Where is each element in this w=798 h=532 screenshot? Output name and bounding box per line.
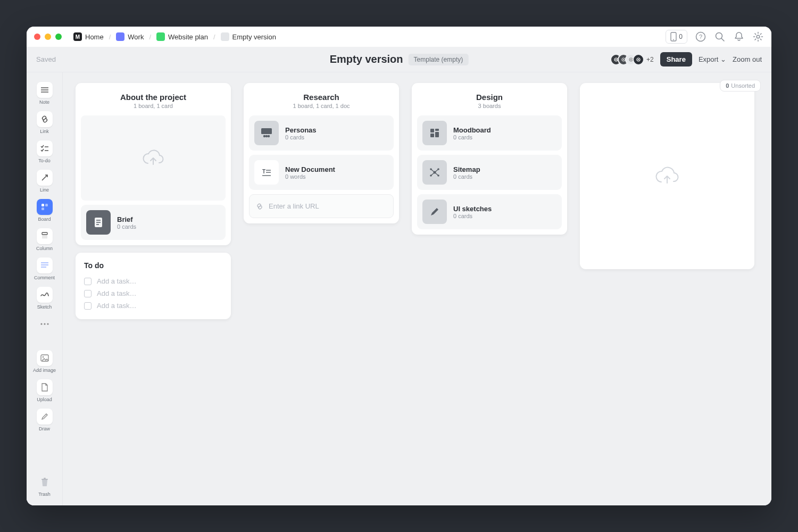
column-meta: 1 board, 1 card <box>81 103 226 109</box>
subbar: Saved Empty version Template (empty) +2 … <box>27 47 771 72</box>
item-sitemap[interactable]: Sitemap0 cards <box>417 155 562 190</box>
share-button[interactable]: Share <box>660 52 692 66</box>
more-icon <box>40 322 49 326</box>
tool-comment[interactable]: Comment <box>27 255 62 282</box>
image-icon <box>40 354 49 362</box>
blank-upload-card[interactable] <box>580 83 754 269</box>
item-new-document[interactable]: T New Document0 words <box>249 155 394 190</box>
tool-note[interactable]: Note <box>27 80 62 107</box>
column-title[interactable]: About the project <box>81 93 226 102</box>
canvas[interactable]: 0Unsorted About the project 1 board, 1 c… <box>63 72 771 505</box>
todo-placeholder: Add a task… <box>97 302 136 310</box>
item-meta: 0 cards <box>453 213 492 219</box>
breadcrumb-label: Website plan <box>168 33 208 41</box>
upload-slot[interactable] <box>81 115 226 201</box>
breadcrumb-home[interactable]: M Home <box>73 32 104 41</box>
unsorted-pill[interactable]: 0Unsorted <box>720 80 761 92</box>
close-window[interactable] <box>34 34 40 40</box>
note-icon <box>40 87 49 93</box>
item-meta: 0 words <box>285 173 335 180</box>
mobile-badge[interactable]: 0 <box>666 30 687 44</box>
svg-line-59 <box>435 169 438 172</box>
file-icon <box>41 383 48 392</box>
tool-add-image[interactable]: Add image <box>27 348 62 375</box>
todo-title[interactable]: To do <box>84 261 222 270</box>
svg-point-43 <box>265 135 268 137</box>
column-title[interactable]: Design <box>417 93 562 102</box>
svg-point-6 <box>757 35 760 38</box>
sketch-icon <box>40 292 49 298</box>
settings-icon[interactable] <box>752 31 764 43</box>
item-name: Moodboard <box>453 126 491 134</box>
breadcrumb-current[interactable]: Empty version <box>221 32 276 41</box>
grid-icon <box>422 121 447 145</box>
checkbox[interactable] <box>84 290 92 297</box>
search-icon[interactable] <box>714 31 726 43</box>
link-icon <box>256 203 263 210</box>
cloud-upload-icon <box>654 165 680 187</box>
item-personas[interactable]: Personas0 cards <box>249 115 394 151</box>
checkbox[interactable] <box>84 302 92 310</box>
todo-card[interactable]: To do Add a task… Add a task… Add a task… <box>76 253 231 319</box>
breadcrumb-sep: / <box>149 33 151 41</box>
checkbox[interactable] <box>84 278 92 285</box>
text-icon: T <box>254 160 279 185</box>
tool-column[interactable]: Column <box>27 226 62 253</box>
tool-more[interactable] <box>27 314 62 334</box>
maximize-window[interactable] <box>55 34 62 40</box>
svg-line-58 <box>431 169 435 172</box>
topbar: M Home / Work / Website plan / Empty ver… <box>27 27 771 47</box>
todo-row[interactable]: Add a task… <box>84 275 222 287</box>
link-url-input[interactable]: Enter a link URL <box>249 194 394 218</box>
item-brief[interactable]: Brief0 cards <box>81 205 226 240</box>
tool-upload[interactable]: Upload <box>27 377 62 404</box>
tool-trash[interactable]: Trash <box>27 472 62 499</box>
template-badge[interactable]: Template (empty) <box>409 54 469 65</box>
tool-draw[interactable]: Draw <box>27 406 62 434</box>
page-title[interactable]: Empty version <box>330 53 403 65</box>
tool-link[interactable]: Link <box>27 109 62 136</box>
column-about: About the project 1 board, 1 card Brief0… <box>76 83 231 319</box>
mobile-icon <box>670 32 677 41</box>
svg-text:T: T <box>262 169 265 174</box>
column-card[interactable]: Design 3 boards Moodboard0 cards Sitemap… <box>412 83 567 235</box>
todo-row[interactable]: Add a task… <box>84 300 222 312</box>
item-ui-sketches[interactable]: UI sketches0 cards <box>417 194 562 229</box>
svg-rect-24 <box>42 232 47 235</box>
subbar-right: +2 Share Export ⌄ Zoom out <box>614 52 762 66</box>
avatar-stack[interactable]: +2 <box>614 54 654 65</box>
minimize-window[interactable] <box>45 34 51 40</box>
tool-todo[interactable]: To-do <box>27 138 62 165</box>
breadcrumb: M Home / Work / Website plan / Empty ver… <box>73 32 276 41</box>
svg-point-31 <box>44 323 45 325</box>
help-icon[interactable]: ? <box>695 31 706 43</box>
todo-placeholder: Add a task… <box>97 277 136 285</box>
breadcrumb-label: Home <box>85 33 104 41</box>
breadcrumb-website-plan[interactable]: Website plan <box>156 32 208 41</box>
notifications-icon[interactable] <box>733 31 745 43</box>
export-button[interactable]: Export ⌄ <box>699 55 726 63</box>
column-card[interactable]: Research 1 board, 1 card, 1 doc Personas… <box>244 83 399 223</box>
item-name: New Document <box>285 165 335 173</box>
zoom-out-button[interactable]: Zoom out <box>733 55 762 63</box>
tool-board[interactable]: Board <box>27 197 62 224</box>
column-title[interactable]: Research <box>249 93 394 102</box>
item-moodboard[interactable]: Moodboard0 cards <box>417 115 562 151</box>
avatar-overflow: +2 <box>646 56 654 63</box>
tool-sketch[interactable]: Sketch <box>27 285 62 312</box>
column-header: About the project 1 board, 1 card <box>81 90 226 115</box>
todo-row[interactable]: Add a task… <box>84 287 222 300</box>
svg-point-12 <box>630 59 631 60</box>
svg-point-42 <box>263 135 265 137</box>
svg-text:?: ? <box>699 34 702 40</box>
svg-point-14 <box>638 59 639 60</box>
column-card[interactable]: About the project 1 board, 1 card Brief0… <box>76 83 231 245</box>
tool-line[interactable]: Line <box>27 168 62 195</box>
breadcrumb-work[interactable]: Work <box>116 32 144 41</box>
todo-icon <box>40 145 49 152</box>
link-icon <box>40 115 49 123</box>
svg-rect-51 <box>435 132 439 137</box>
svg-line-5 <box>721 38 724 41</box>
svg-point-1 <box>673 39 674 40</box>
folder-swatch <box>156 32 165 41</box>
